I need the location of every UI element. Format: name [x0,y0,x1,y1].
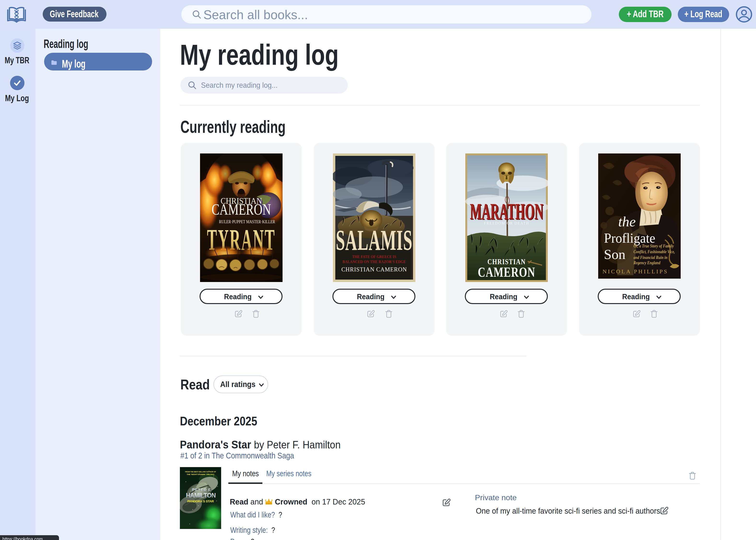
svg-text:and Financial Ruin in: and Financial Ruin in [634,255,668,260]
svg-text:Or, a True Story of Family: Or, a True Story of Family [634,244,674,249]
svg-text:Son: Son [604,246,626,262]
svg-text:BALANCED ON THE RAZOR'S EDGE: BALANCED ON THE RAZOR'S EDGE [342,259,405,264]
svg-text:PANDORA'S STAR: PANDORA'S STAR [187,499,214,503]
svg-text:FROM THE BEST-SELLING AUTHOR O: FROM THE BEST-SELLING AUTHOR OF [185,471,216,472]
svg-text:HAMILTON: HAMILTON [186,491,216,499]
svg-text:SALAMIS: SALAMIS [336,224,412,256]
svg-text:NICOLA PHILLIPS: NICOLA PHILLIPS [602,268,668,275]
svg-text:FREEDOM OR DEATH: FREEDOM OR DEATH [484,220,529,225]
svg-text:CHRISTIAN CAMERON: CHRISTIAN CAMERON [341,266,407,273]
svg-text:MARATHON: MARATHON [470,199,543,224]
svg-text:THE 'NIGHT'S DAWN' TRILOGY: THE 'NIGHT'S DAWN' TRILOGY [187,473,215,475]
svg-text:CAMERON: CAMERON [212,201,271,218]
svg-text:the: the [618,214,636,229]
svg-text:THE FATE OF GREECE IS: THE FATE OF GREECE IS [352,254,396,259]
svg-text:CAMERON: CAMERON [478,264,535,280]
svg-text:Conflict, Fashionable Vice,: Conflict, Fashionable Vice, [634,249,675,254]
svg-text:Regency England: Regency England [633,260,660,265]
